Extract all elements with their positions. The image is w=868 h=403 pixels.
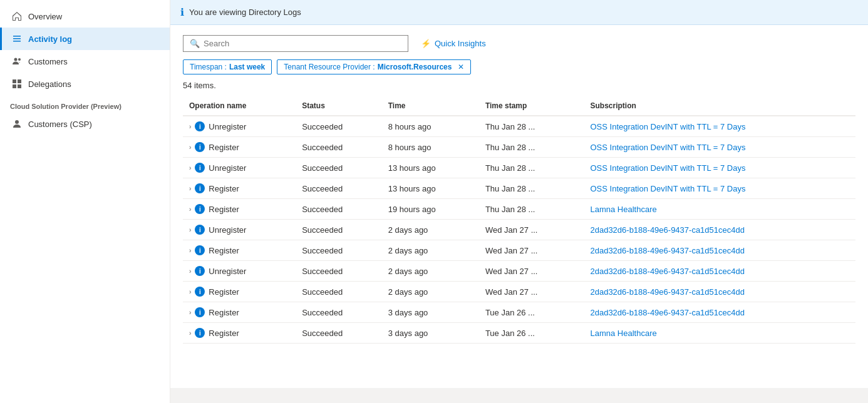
row-info-icon: i [195, 307, 205, 317]
cell-subscription-10[interactable]: Lamna Healthcare [584, 323, 855, 344]
tenant-rp-filter-close-icon[interactable]: ✕ [458, 63, 464, 71]
row-expand-icon[interactable]: › [189, 247, 191, 254]
subscription-link-0[interactable]: OSS Integration DevINT with TTL = 7 Days [590, 122, 745, 131]
op-name: Register [209, 329, 239, 338]
tenant-rp-filter-prefix: Tenant Resource Provider : [284, 63, 375, 71]
cell-time-6: 2 days ago [382, 240, 479, 261]
cell-subscription-2[interactable]: OSS Integration DevINT with TTL = 7 Days [584, 158, 855, 178]
cell-timestamp-9: Tue Jan 26 ... [479, 302, 584, 323]
row-info-icon: i [195, 142, 205, 152]
cell-time-4: 19 hours ago [382, 199, 479, 220]
cell-timestamp-5: Wed Jan 27 ... [479, 220, 584, 240]
row-expand-icon[interactable]: › [189, 123, 191, 130]
col-time: Time [382, 96, 479, 116]
cell-operation-2: › i Unregister [183, 158, 296, 178]
subscription-link-7[interactable]: 2dad32d6-b188-49e6-9437-ca1d51cec4dd [590, 267, 745, 276]
sidebar-item-delegations[interactable]: Delegations [0, 73, 170, 95]
cell-operation-1: › i Register [183, 137, 296, 158]
cell-timestamp-4: Thu Jan 28 ... [479, 199, 584, 220]
op-name: Register [209, 308, 239, 317]
row-expand-icon[interactable]: › [189, 144, 191, 151]
cell-time-7: 2 days ago [382, 261, 479, 282]
row-expand-icon[interactable]: › [189, 227, 191, 233]
row-info-icon: i [195, 225, 205, 235]
cell-operation-3: › i Register [183, 178, 296, 199]
cell-operation-5: › i Unregister [183, 220, 296, 240]
list-icon [12, 34, 22, 44]
svg-rect-7 [13, 84, 16, 88]
cell-operation-9: › i Register [183, 302, 296, 323]
cell-subscription-5[interactable]: 2dad32d6-b188-49e6-9437-ca1d51cec4dd [584, 220, 855, 240]
op-name: Unregister [209, 163, 246, 173]
tenant-rp-filter[interactable]: Tenant Resource Provider : Microsoft.Res… [277, 59, 471, 74]
grid-icon [12, 79, 22, 89]
cell-status-0: Succeeded [296, 116, 382, 137]
row-expand-icon[interactable]: › [189, 268, 191, 275]
data-table: Operation name Status Time Time stamp Su… [183, 96, 855, 344]
tenant-rp-filter-value: Microsoft.Resources [378, 63, 452, 71]
cell-operation-8: › i Register [183, 282, 296, 302]
col-status: Status [296, 96, 382, 116]
cell-status-10: Succeeded [296, 323, 382, 344]
sidebar-item-activity-log-label: Activity log [28, 34, 72, 44]
op-name: Unregister [209, 267, 246, 276]
row-expand-icon[interactable]: › [189, 165, 191, 171]
timespan-filter[interactable]: Timespan : Last week [183, 59, 272, 74]
subscription-link-9[interactable]: 2dad32d6-b188-49e6-9437-ca1d51cec4dd [590, 308, 745, 317]
col-operation-name: Operation name [183, 96, 296, 116]
row-expand-icon[interactable]: › [189, 185, 191, 192]
subscription-link-3[interactable]: OSS Integration DevINT with TTL = 7 Days [590, 184, 745, 193]
subscription-link-8[interactable]: 2dad32d6-b188-49e6-9437-ca1d51cec4dd [590, 287, 745, 297]
cell-subscription-0[interactable]: OSS Integration DevINT with TTL = 7 Days [584, 116, 855, 137]
items-count: 54 items. [183, 81, 855, 90]
cell-subscription-7[interactable]: 2dad32d6-b188-49e6-9437-ca1d51cec4dd [584, 261, 855, 282]
cell-time-1: 8 hours ago [382, 137, 479, 158]
person-icon [12, 119, 22, 129]
search-input[interactable] [204, 39, 401, 48]
cell-subscription-8[interactable]: 2dad32d6-b188-49e6-9437-ca1d51cec4dd [584, 282, 855, 302]
cell-time-8: 2 days ago [382, 282, 479, 302]
cell-subscription-9[interactable]: 2dad32d6-b188-49e6-9437-ca1d51cec4dd [584, 302, 855, 323]
home-icon [12, 11, 22, 21]
table-row: › i Register Succeeded13 hours agoThu Ja… [183, 178, 855, 199]
sidebar-item-customers-label: Customers [28, 57, 68, 66]
table-row: › i Register Succeeded19 hours agoThu Ja… [183, 199, 855, 220]
col-subscription: Subscription [584, 96, 855, 116]
cell-time-5: 2 days ago [382, 220, 479, 240]
csp-section-label: Cloud Solution Provider (Preview) [0, 95, 170, 113]
search-box[interactable]: 🔍 [183, 35, 408, 52]
subscription-link-1[interactable]: OSS Integration DevINT with TTL = 7 Days [590, 143, 745, 152]
cell-subscription-3[interactable]: OSS Integration DevINT with TTL = 7 Days [584, 178, 855, 199]
cell-operation-0: › i Unregister [183, 116, 296, 137]
subscription-link-5[interactable]: 2dad32d6-b188-49e6-9437-ca1d51cec4dd [590, 225, 745, 235]
cell-time-3: 13 hours ago [382, 178, 479, 199]
sidebar-item-overview[interactable]: Overview [0, 5, 170, 28]
sidebar-item-customers-csp-label: Customers (CSP) [28, 120, 92, 129]
cell-subscription-6[interactable]: 2dad32d6-b188-49e6-9437-ca1d51cec4dd [584, 240, 855, 261]
row-expand-icon[interactable]: › [189, 309, 191, 316]
quick-insights-button[interactable]: ⚡ Quick Insights [416, 35, 491, 52]
subscription-link-10[interactable]: Lamna Healthcare [590, 329, 656, 338]
subscription-link-6[interactable]: 2dad32d6-b188-49e6-9437-ca1d51cec4dd [590, 246, 745, 255]
cell-status-1: Succeeded [296, 137, 382, 158]
row-expand-icon[interactable]: › [189, 330, 191, 337]
cell-timestamp-1: Thu Jan 28 ... [479, 137, 584, 158]
cell-subscription-4[interactable]: Lamna Healthcare [584, 199, 855, 220]
sidebar-item-customers[interactable]: Customers [0, 50, 170, 73]
row-expand-icon[interactable]: › [189, 288, 191, 295]
cell-status-8: Succeeded [296, 282, 382, 302]
svg-point-4 [18, 58, 21, 61]
cell-status-9: Succeeded [296, 302, 382, 323]
subscription-link-4[interactable]: Lamna Healthcare [590, 205, 656, 214]
sidebar-item-overview-label: Overview [28, 12, 62, 21]
cell-status-5: Succeeded [296, 220, 382, 240]
cell-operation-6: › i Register [183, 240, 296, 261]
sidebar-item-activity-log[interactable]: Activity log [0, 28, 170, 50]
row-expand-icon[interactable]: › [189, 206, 191, 213]
cell-subscription-1[interactable]: OSS Integration DevINT with TTL = 7 Days [584, 137, 855, 158]
filter-row: Timespan : Last week Tenant Resource Pro… [183, 59, 855, 74]
op-name: Register [209, 184, 239, 193]
subscription-link-2[interactable]: OSS Integration DevINT with TTL = 7 Days [590, 163, 745, 173]
timespan-filter-value: Last week [229, 63, 265, 71]
sidebar-item-customers-csp[interactable]: Customers (CSP) [0, 113, 170, 135]
